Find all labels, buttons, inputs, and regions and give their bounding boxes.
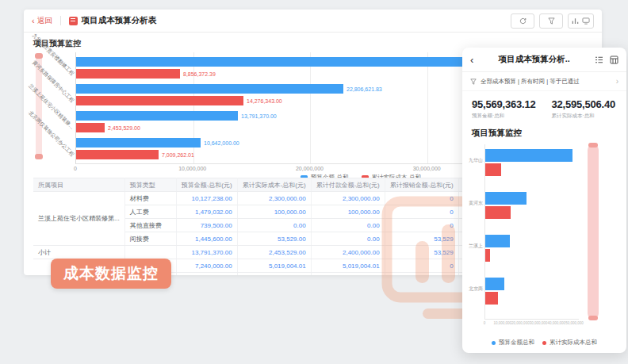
zoom-handle-bottom[interactable] (35, 154, 43, 159)
stat-value: 95,569,363.12 (472, 98, 536, 110)
bar-chart-icon (572, 17, 579, 25)
legend-item-actual[interactable]: 累计实际成本总和 (542, 339, 597, 347)
budget-bar (76, 138, 201, 148)
table-cell: 13,791,370.00 (176, 246, 237, 259)
zoom-handle-top[interactable] (35, 53, 43, 59)
budget-bar (76, 111, 238, 121)
table-cell: 0.00 (311, 232, 385, 246)
chevron-left-icon: ‹ (32, 17, 35, 25)
view-toggle-button[interactable] (568, 13, 594, 29)
table-cell: 739,500.00 (176, 219, 237, 232)
stat-label: 累计实际成本·总和 (552, 113, 616, 120)
category-label: 兰溪上… (469, 243, 484, 250)
table-cell: 10,127,238.00 (176, 192, 237, 205)
actual-bar (485, 163, 501, 176)
table-cell: 人工费 (124, 205, 176, 219)
table-cell: 其他直接费 (124, 219, 176, 232)
table-cell: 1,695,320.00 (311, 273, 385, 276)
stat-budget-total: 95,569,363.12 预算金额·总和 (472, 98, 536, 120)
legend-label: 累计实际成本总和 (550, 339, 597, 347)
budget-bar (485, 235, 510, 247)
actual-bar (76, 69, 180, 79)
zoom-handle-bottom[interactable] (588, 316, 598, 320)
category-label: 九华山… (469, 157, 484, 164)
column-header: 预算金额-总和(元) (176, 178, 237, 192)
table-cell: 0 (385, 259, 458, 273)
bar-value-label: 2,453,529.00 (108, 125, 140, 131)
table-row[interactable]: 兰溪上苑住宅小区精装修第...材料费10,127,238.002,300,000… (33, 192, 531, 205)
refresh-button[interactable] (511, 13, 534, 29)
bar-value-label: 7,009,262.01 (162, 152, 194, 158)
table-cell (124, 246, 176, 259)
table-cell: 7,240,000.00 (176, 259, 237, 273)
actual-bar (76, 123, 105, 132)
bar-value-label: 14,276,343.00 (247, 98, 282, 104)
actual-bar (485, 206, 511, 219)
bar-value-label: 13,791,370.00 (241, 113, 277, 119)
table-cell: 0 (385, 219, 458, 232)
axis-tick-label: 10,000,000 (161, 166, 224, 171)
table-cell: 100,000.00 (311, 205, 385, 219)
panel-header-icons (595, 56, 618, 64)
table-cell: 3,000,000.00 (176, 273, 237, 276)
gridline (310, 52, 311, 163)
actual-bar (76, 96, 243, 105)
table-row[interactable]: 小计13,791,370.002,453,529.002,400,000.005… (33, 246, 531, 259)
page-title: 项目成本预算分析表 (82, 15, 157, 26)
back-label: 返回 (37, 16, 52, 26)
axis-tick-label: 30,000,000 (395, 166, 458, 171)
list-icon[interactable] (595, 56, 603, 64)
table-cell: 兰溪上苑住宅小区精装修第... (33, 192, 124, 246)
legend-item-budget[interactable]: 预算金额总和 (492, 339, 534, 347)
filter-button[interactable] (539, 13, 563, 29)
table-cell: 0.00 (311, 219, 385, 232)
axis-tick-label: 0 (44, 166, 107, 171)
axis-tick-label: 20,000,000 (278, 166, 341, 171)
table-cell: 1,445,600.00 (176, 232, 237, 246)
filter-text: 全部成本预算 | 所有时间 | 等于已通过 (481, 78, 580, 86)
table-cell: 1,479,032.00 (176, 205, 237, 219)
stat-actual-total: 32,595,506.40 累计实际成本·总和 (552, 98, 616, 120)
refresh-icon (519, 17, 527, 25)
table-cell: 2,300,000.00 (311, 192, 385, 205)
table-cell: 0.00 (237, 219, 311, 232)
panel-chart-plot (484, 144, 579, 320)
divider (60, 16, 61, 25)
cost-monitor-label: 成本数据监控 (51, 259, 171, 289)
panel-legend: 预算金额总和 累计实际成本总和 (462, 339, 626, 347)
column-header: 累计报销金额-总和(元) (385, 178, 458, 192)
legend-dot-blue (492, 341, 496, 345)
table-cell: 2,300,000.00 (237, 192, 311, 205)
legend-label: 预算金额总和 (499, 339, 534, 347)
bar-value-label: 10,642,000.00 (204, 140, 239, 146)
zoom-handle-top[interactable] (588, 143, 598, 148)
column-header: 累计付款金额-总和(元) (311, 178, 385, 192)
axis-tick-label: 50,000,000 (558, 321, 590, 325)
chevron-right-icon: › (616, 77, 618, 86)
table-header-row: 所属项目预算类型预算金额-总和(元)累计实际成本-总和(元)累计付款金额-总和(… (33, 178, 531, 192)
panel-header: ‹ 项目成本预算分析.. (462, 48, 626, 72)
bar-value-label: 22,806,621.83 (347, 86, 382, 92)
budget-bar (485, 149, 572, 162)
table-cell: 5,019,004.01 (311, 259, 385, 273)
grid-icon[interactable] (610, 56, 618, 64)
column-header: 所属项目 (33, 178, 124, 192)
actual-bar (76, 150, 159, 159)
stat-label: 预算金额·总和 (472, 113, 536, 120)
stat-value: 32,595,506.40 (552, 98, 616, 110)
back-button[interactable]: ‹ 返回 (32, 16, 52, 26)
table-cell: 小计 (33, 246, 124, 259)
table-cell: 1,695,320.00 (237, 273, 311, 276)
budget-bar (485, 192, 527, 205)
table-cell: 2,400,000.00 (311, 246, 385, 259)
panel-zoom-slider[interactable] (588, 144, 599, 319)
filter-funnel-icon (548, 17, 555, 25)
category-label: 北京两… (469, 285, 484, 293)
panel-filter-bar[interactable]: 全部成本预算 | 所有时间 | 等于已通过 › (462, 72, 626, 91)
table-cell: 5,019,004.01 (237, 259, 311, 273)
table-cell: 2,453,529.00 (237, 246, 311, 259)
panel-section-title: 项目预算监控 (462, 123, 626, 140)
category-label: 北京两仪装饰公司办公工程 (27, 109, 76, 159)
table-cell: 100,000.00 (237, 205, 311, 219)
actual-bar (485, 249, 490, 262)
